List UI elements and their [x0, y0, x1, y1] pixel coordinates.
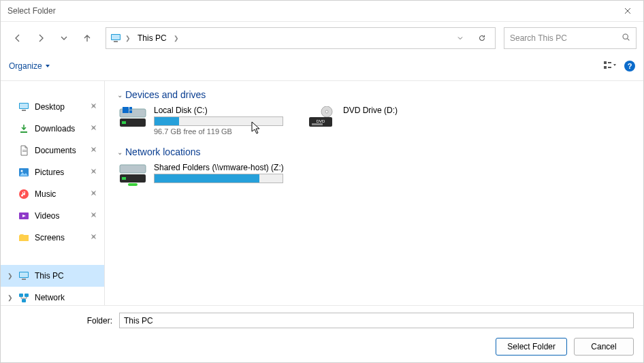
- sidebar-item-videos[interactable]: Videos: [1, 205, 104, 227]
- organize-label: Organize: [9, 61, 42, 71]
- titlebar: Select Folder: [1, 1, 643, 22]
- sidebar-item-screens[interactable]: Screens: [1, 227, 104, 249]
- sidebar-item-music[interactable]: Music: [1, 183, 104, 205]
- sidebar-item-label: This PC: [35, 271, 64, 281]
- forward-button[interactable]: [31, 28, 51, 48]
- sidebar-item-label: Desktop: [35, 102, 65, 112]
- sidebar-item-this-pc[interactable]: ❯ This PC: [1, 265, 104, 287]
- svg-rect-12: [22, 150, 27, 151]
- svg-point-3: [623, 34, 628, 39]
- dvd-icon: DVD: [308, 106, 336, 130]
- chevron-right-icon[interactable]: ❯: [7, 294, 13, 301]
- svg-rect-2: [114, 41, 118, 42]
- svg-rect-7: [608, 67, 611, 68]
- svg-point-33: [325, 110, 328, 113]
- svg-rect-31: [126, 110, 129, 113]
- svg-rect-20: [22, 279, 26, 280]
- content-pane: ⌄ Devices and drives: [105, 81, 643, 305]
- chevron-right-icon: ❯: [174, 35, 179, 42]
- svg-rect-6: [604, 66, 607, 69]
- svg-rect-37: [120, 165, 146, 173]
- svg-rect-9: [20, 104, 28, 108]
- sidebar-item-label: Videos: [35, 211, 59, 221]
- bottom-panel: Folder: Select Folder Cancel: [1, 305, 643, 362]
- sidebar-item-label: Documents: [35, 146, 76, 155]
- network-drive-icon: [118, 163, 147, 187]
- sidebar-item-pictures[interactable]: Pictures: [1, 161, 104, 183]
- usage-bar: [154, 174, 283, 183]
- svg-rect-5: [608, 62, 611, 63]
- svg-text:DVD: DVD: [317, 119, 325, 123]
- sidebar-item-downloads[interactable]: Downloads: [1, 118, 104, 140]
- search-box[interactable]: [504, 27, 637, 49]
- up-button[interactable]: [77, 28, 97, 48]
- section-devices[interactable]: ⌄ Devices and drives: [117, 89, 631, 100]
- pin-icon: [90, 146, 97, 155]
- drive-name: Local Disk (C:): [154, 106, 283, 115]
- recent-dropdown[interactable]: [54, 28, 74, 48]
- pin-icon: [90, 211, 97, 221]
- svg-rect-35: [312, 123, 323, 125]
- address-dropdown[interactable]: [451, 29, 469, 47]
- pin-icon: [90, 102, 97, 112]
- close-button[interactable]: [612, 1, 643, 22]
- chevron-down-icon: ⌄: [117, 148, 123, 156]
- svg-rect-40: [128, 183, 138, 186]
- chevron-down-icon: ⌄: [117, 91, 123, 99]
- cancel-button[interactable]: Cancel: [574, 338, 634, 356]
- pin-icon: [90, 233, 97, 242]
- pin-icon: [90, 168, 97, 177]
- drive-name: Shared Folders (\\vmware-host) (Z:): [154, 163, 284, 172]
- folder-input[interactable]: [119, 313, 634, 328]
- sidebar-item-label: Screens: [35, 233, 65, 242]
- section-network[interactable]: ⌄ Network locations: [117, 146, 631, 157]
- svg-rect-23: [22, 299, 26, 302]
- pin-icon: [90, 189, 97, 199]
- chevron-right-icon[interactable]: ❯: [7, 272, 13, 279]
- svg-rect-21: [19, 294, 23, 297]
- drive-free-text: 96.7 GB free of 119 GB: [154, 127, 283, 136]
- drive-local-c[interactable]: Local Disk (C:) 96.7 GB free of 119 GB: [118, 106, 289, 136]
- search-icon: [622, 33, 630, 44]
- breadcrumb-this-pc[interactable]: This PC: [135, 33, 170, 43]
- svg-rect-13: [22, 151, 27, 152]
- address-bar[interactable]: ❯ This PC ❯: [106, 27, 496, 49]
- svg-rect-19: [20, 272, 28, 277]
- refresh-button[interactable]: [473, 29, 491, 47]
- sidebar-item-network[interactable]: ❯ Network: [1, 287, 104, 305]
- sidebar-item-label: Network: [35, 293, 65, 302]
- folder-label: Folder:: [10, 316, 112, 326]
- drive-shared-z[interactable]: Shared Folders (\\vmware-host) (Z:): [118, 163, 289, 187]
- help-button[interactable]: ?: [624, 61, 635, 72]
- drive-dvd-d[interactable]: DVD DVD Drive (D:): [308, 106, 478, 136]
- svg-point-15: [21, 170, 23, 172]
- organize-menu[interactable]: Organize: [9, 61, 50, 71]
- usage-bar: [154, 116, 283, 126]
- section-title: Devices and drives: [125, 89, 206, 100]
- svg-rect-10: [22, 110, 26, 111]
- svg-rect-1: [112, 35, 120, 40]
- back-button[interactable]: [7, 28, 28, 48]
- select-folder-button[interactable]: Select Folder: [496, 338, 567, 356]
- section-title: Network locations: [125, 146, 201, 157]
- svg-rect-30: [129, 110, 132, 113]
- sidebar-item-label: Music: [35, 189, 56, 199]
- toolbar: Organize ?: [1, 54, 643, 80]
- sidebar: Desktop Downloads Documents Pictures Mus: [1, 81, 105, 305]
- sidebar-item-documents[interactable]: Documents: [1, 140, 104, 161]
- drive-name: DVD Drive (D:): [343, 106, 398, 115]
- sidebar-item-label: Pictures: [35, 168, 64, 177]
- hdd-icon: [118, 106, 147, 130]
- pin-icon: [90, 124, 97, 133]
- svg-rect-39: [122, 177, 126, 180]
- sidebar-item-label: Downloads: [35, 124, 75, 133]
- this-pc-icon: [110, 33, 121, 44]
- svg-rect-29: [129, 107, 132, 110]
- sidebar-item-desktop[interactable]: Desktop: [1, 96, 104, 118]
- search-input[interactable]: [510, 33, 616, 43]
- view-options-button[interactable]: [601, 57, 619, 75]
- svg-rect-11: [20, 131, 27, 133]
- navigation-row: ❯ This PC ❯: [1, 22, 643, 54]
- chevron-right-icon: ❯: [125, 35, 131, 42]
- svg-rect-27: [122, 121, 126, 124]
